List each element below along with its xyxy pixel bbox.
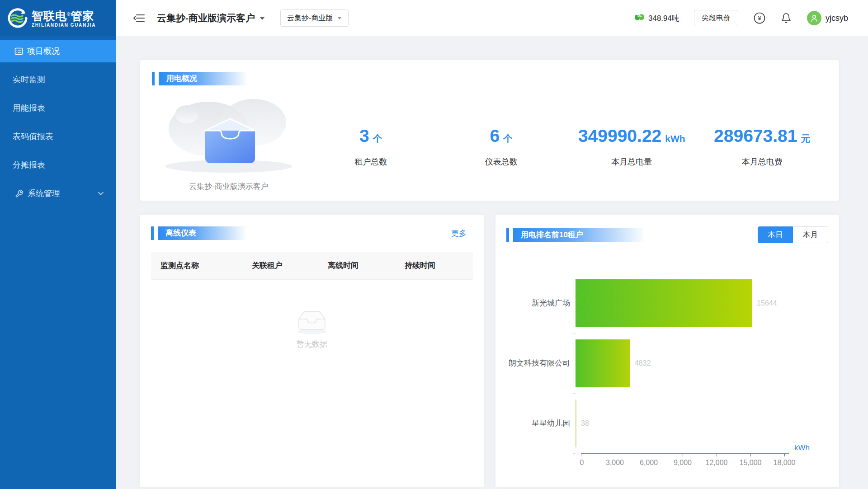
ranking-period-tabs: 本日 本月 bbox=[758, 226, 828, 243]
header-right: CO₂ 348.94吨 尖段电价 ¥ bbox=[634, 10, 848, 26]
page-title[interactable]: 云集抄-商业版演示客户 bbox=[157, 12, 255, 24]
top10-ranking-card: 用电排名前10租户 本日 本月 新光城广场 15644 bbox=[495, 215, 839, 487]
chart-row: 朗文科技有限公司 4832 bbox=[506, 333, 828, 393]
offline-card-title: 离线仪表 bbox=[151, 226, 250, 240]
x-tick-label: 6,000 bbox=[640, 459, 658, 467]
offline-title-banner: 离线仪表 bbox=[158, 226, 250, 240]
sidebar-collapse-icon[interactable] bbox=[133, 13, 145, 23]
main-content: 用电概况 bbox=[116, 36, 868, 489]
stat-label: 仪表总数 bbox=[436, 156, 567, 167]
stat-meter-total: 6个 仪表总数 bbox=[436, 127, 567, 192]
title-notch bbox=[151, 226, 154, 240]
dropdown-caret-icon bbox=[337, 17, 342, 19]
overview-stats: 3个 租户总数 6个 仪表总数 349990.22kWh 本月总电量 28967… bbox=[306, 87, 827, 192]
bar-xingxing-kindergarten[interactable] bbox=[576, 400, 576, 447]
logo-icon bbox=[6, 7, 28, 29]
chart-row: 新光城广场 15644 bbox=[506, 273, 828, 333]
illustration-caption: 云集抄-商业版演示客户 bbox=[152, 181, 306, 192]
x-tick-label: 9,000 bbox=[674, 459, 692, 467]
chart-row: 星星幼儿园 38 bbox=[506, 393, 828, 453]
sidebar-item-meter-reading-report[interactable]: 表码值报表 bbox=[0, 125, 116, 148]
electricity-overview-card: 用电概况 bbox=[140, 60, 839, 201]
overview-illustration: 云集抄-商业版演示客户 bbox=[152, 87, 306, 192]
x-axis-line bbox=[581, 453, 789, 454]
sidebar-item-system-management[interactable]: 系统管理 bbox=[0, 182, 116, 205]
billing-button[interactable]: ¥ bbox=[754, 12, 765, 24]
stat-value: 289673.81 bbox=[714, 126, 797, 146]
sidebar: 智联电®管家 ZHILIANDIAN GUANJIA 项目概况 实时监测 用能报… bbox=[0, 0, 116, 489]
project-select-value: 云集抄-商业版 bbox=[287, 14, 333, 23]
project-select-dropdown[interactable]: 云集抄-商业版 bbox=[280, 9, 349, 27]
sidebar-item-label: 表码值报表 bbox=[13, 131, 53, 142]
x-tick-label: 3,000 bbox=[606, 459, 624, 467]
ranking-bar-chart: 新光城广场 15644 朗文科技有限公司 4832 bbox=[506, 273, 828, 471]
stat-tenant-total: 3个 租户总数 bbox=[306, 127, 436, 192]
x-axis-unit-label: kWh bbox=[794, 443, 810, 452]
x-axis: 0 3,000 6,000 9,000 12,000 15,000 18,000… bbox=[581, 453, 793, 471]
username[interactable]: yjcsyb bbox=[826, 14, 848, 23]
currency-yuan-icon: ¥ bbox=[754, 12, 765, 24]
stat-value: 6 bbox=[490, 126, 500, 146]
carbon-value: 348.94吨 bbox=[648, 13, 679, 24]
sidebar-menu: 项目概况 实时监测 用能报表 表码值报表 分摊报表 系统管理 bbox=[0, 40, 116, 205]
x-tick-label: 12,000 bbox=[706, 459, 728, 467]
bell-icon bbox=[781, 12, 792, 24]
logo-text: 智联电®管家 ZHILIANDIAN GUANJIA bbox=[32, 9, 96, 28]
bar-value-label: 38 bbox=[581, 419, 589, 428]
project-overview-icon bbox=[14, 47, 23, 56]
category-label: 新光城广场 bbox=[506, 298, 576, 308]
x-tick-label: 15,000 bbox=[740, 459, 762, 467]
logo-title: 智联电 bbox=[32, 9, 67, 22]
sidebar-item-label: 系统管理 bbox=[28, 188, 60, 199]
stat-unit: kWh bbox=[665, 133, 685, 144]
carbon-badge[interactable]: CO₂ 348.94吨 bbox=[634, 13, 679, 24]
bar-value-label: 15644 bbox=[757, 299, 777, 307]
logo-subtitle: ZHILIANDIAN GUANJIA bbox=[32, 23, 96, 28]
sidebar-item-energy-report[interactable]: 用能报表 bbox=[0, 97, 116, 119]
title-notch bbox=[152, 72, 155, 85]
ranking-title-banner: 用电排名前10租户 bbox=[513, 228, 651, 242]
sidebar-item-label: 项目概况 bbox=[27, 46, 60, 56]
ranking-card-title: 用电排名前10租户 bbox=[506, 228, 651, 242]
stat-value: 349990.22 bbox=[578, 126, 661, 146]
column-header-offline-time: 离线时间 bbox=[328, 260, 405, 271]
title-caret-icon bbox=[259, 17, 265, 20]
bar-xinguangcheng[interactable] bbox=[576, 279, 752, 327]
notifications-button[interactable] bbox=[781, 12, 792, 24]
stat-label: 本月总电费 bbox=[697, 156, 828, 167]
sidebar-item-realtime-monitor[interactable]: 实时监测 bbox=[0, 68, 116, 91]
stat-month-energy: 349990.22kWh 本月总电量 bbox=[566, 127, 697, 192]
sidebar-item-label: 分摊报表 bbox=[13, 160, 45, 170]
stat-unit: 个 bbox=[373, 133, 382, 144]
wrench-icon bbox=[15, 189, 24, 198]
sidebar-item-allocation-report[interactable]: 分摊报表 bbox=[0, 154, 116, 176]
column-header-duration: 持续时间 bbox=[405, 260, 473, 271]
tab-this-month[interactable]: 本月 bbox=[793, 226, 828, 243]
more-link[interactable]: 更多 bbox=[451, 228, 467, 239]
stat-month-cost: 289673.81元 本月总电费 bbox=[697, 127, 828, 192]
column-header-monitor-point: 监测点名称 bbox=[160, 260, 252, 271]
person-icon bbox=[810, 14, 818, 22]
tab-today[interactable]: 本日 bbox=[758, 226, 793, 243]
user-avatar[interactable] bbox=[807, 11, 821, 25]
x-tick-label: 18,000 bbox=[774, 459, 796, 467]
price-period-badge[interactable]: 尖段电价 bbox=[694, 10, 738, 26]
bar-langwen-tech[interactable] bbox=[576, 339, 630, 387]
sidebar-item-label: 用能报表 bbox=[13, 103, 45, 113]
chevron-down-icon bbox=[98, 192, 104, 195]
top-header: 云集抄-商业版演示客户 云集抄-商业版 CO₂ 348.94吨 尖段电价 bbox=[116, 0, 868, 36]
app-root: 智联电®管家 ZHILIANDIAN GUANJIA 项目概况 实时监测 用能报… bbox=[0, 0, 868, 489]
x-tick-label: 0 bbox=[580, 459, 584, 467]
empty-state-text: 暂无数据 bbox=[297, 339, 327, 349]
sidebar-item-label: 实时监测 bbox=[13, 74, 45, 85]
bar-value-label: 4832 bbox=[635, 359, 651, 367]
stat-label: 租户总数 bbox=[306, 156, 436, 167]
category-label: 朗文科技有限公司 bbox=[506, 358, 576, 368]
svg-text:CO₂: CO₂ bbox=[637, 14, 642, 17]
price-period-label: 尖段电价 bbox=[702, 14, 731, 23]
column-header-tenant: 关联租户 bbox=[252, 260, 328, 271]
logo: 智联电®管家 ZHILIANDIAN GUANJIA bbox=[0, 0, 116, 36]
offline-table-header: 监测点名称 关联租户 离线时间 持续时间 bbox=[151, 252, 473, 280]
title-notch bbox=[506, 228, 509, 242]
sidebar-item-project-overview[interactable]: 项目概况 bbox=[0, 40, 116, 62]
